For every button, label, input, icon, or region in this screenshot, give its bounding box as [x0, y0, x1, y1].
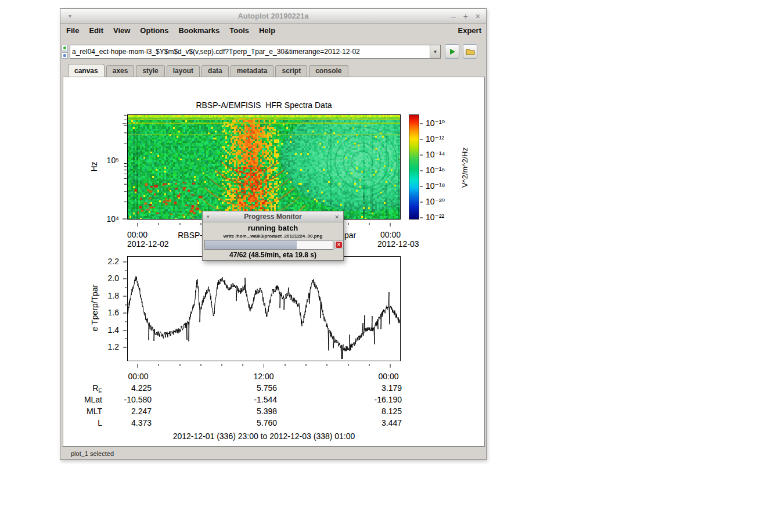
menu-bookmarks[interactable]: Bookmarks [178, 26, 219, 35]
colorbar-ticks [420, 114, 424, 220]
timeseries-x-ticks [127, 361, 401, 366]
tab-console[interactable]: console [309, 65, 348, 77]
spectrogram-y-axis-label: Hz [89, 158, 99, 175]
progress-status-label: 47/62 (48.5/min, eta 19.8 s) [203, 251, 343, 259]
play-icon [449, 48, 456, 55]
tab-canvas[interactable]: canvas [68, 64, 105, 77]
dialog-menu-icon[interactable]: ▾ [207, 214, 210, 220]
row-value: 5.398 [231, 407, 277, 416]
uri-toolbar: ▼ [60, 41, 486, 62]
status-text: plot_1 selected [71, 450, 114, 457]
expert-toggle[interactable]: Expert [458, 26, 481, 35]
row-value: 2.247 [105, 407, 152, 416]
row-label: MLat [73, 395, 102, 406]
x1-tick-label: 00:00 [375, 230, 401, 239]
tab-bar: canvas axes style layout data metadata s… [68, 64, 484, 77]
progress-detail-label: write /hom...walk3/product_20121224_00.p… [203, 233, 343, 239]
maximize-button[interactable]: + [463, 12, 468, 20]
tab-data[interactable]: data [201, 65, 229, 77]
dialog-close-icon[interactable]: × [334, 213, 339, 221]
row-value: 4.225 [105, 383, 152, 393]
row-label: RE [73, 383, 102, 394]
progress-bar-fill [205, 240, 297, 249]
window-title: Autoplot 20190221a [60, 12, 486, 20]
y2-axis-label: e Tperp/Tpar [90, 261, 99, 354]
uri-dropdown-button[interactable]: ▼ [430, 45, 440, 58]
colorbar-tick-label: 10⁻²⁰ [426, 197, 466, 206]
progress-dialog-title: Progress Monitor [203, 213, 343, 221]
progress-bar [204, 240, 333, 250]
window-titlebar[interactable]: ▾ Autoplot 20190221a – + × [60, 9, 486, 24]
cancel-task-button[interactable]: × [334, 240, 343, 249]
x1-date-label: 2012-12-03 [377, 239, 419, 249]
spectrogram-plot[interactable] [127, 114, 401, 220]
row-value: -16.190 [355, 395, 402, 404]
timeseries-y-ticks [121, 256, 127, 361]
x1-date-label: 2012-12-02 [127, 239, 169, 249]
row-label: L [73, 418, 102, 429]
plot-title: RBSP-A/EMFISIS HFR Spectra Data [127, 100, 401, 110]
cancel-icon: × [336, 242, 342, 248]
row-value: 5.760 [231, 418, 277, 427]
menu-help[interactable]: Help [259, 26, 275, 35]
row-value: 8.125 [355, 407, 402, 416]
minimize-button[interactable]: – [451, 12, 456, 20]
menu-bar: File Edit View Options Bookmarks Tools H… [60, 24, 486, 37]
row-value: 3.447 [355, 418, 402, 427]
row-value: 4.373 [105, 418, 152, 427]
window-menu-icon[interactable]: ▾ [69, 13, 71, 19]
time-range-label: 2012-12-01 (336) 23:00 to 2012-12-03 (33… [127, 432, 401, 441]
tab-style[interactable]: style [136, 65, 164, 77]
tab-axes[interactable]: axes [106, 65, 135, 77]
colorbar-tick-label: 10⁻¹² [426, 134, 466, 143]
spectrogram-ytick-label: 10⁴ [87, 214, 119, 224]
x2-tick-label: 00:00 [372, 372, 405, 381]
row-value: -1.544 [231, 395, 277, 404]
progress-dialog-titlebar[interactable]: ▾ Progress Monitor × [203, 211, 343, 222]
row-label: MLT [73, 407, 102, 418]
menu-edit[interactable]: Edit [89, 26, 103, 35]
context-label-fragment: RBSP- [167, 231, 203, 240]
row-value: 3.179 [355, 383, 402, 393]
menu-view[interactable]: View [113, 26, 130, 35]
progress-task-label: running batch [203, 224, 343, 232]
colorbar[interactable] [409, 114, 419, 220]
progress-monitor-dialog: ▾ Progress Monitor × running batch write… [202, 211, 344, 261]
autoplot-window: ▾ Autoplot 20190221a – + × File Edit Vie… [60, 8, 487, 460]
x1-tick-label: 00:00 [127, 230, 147, 239]
colorbar-axis-label: V^2/m^2/Hz [461, 132, 470, 202]
tab-layout[interactable]: layout [167, 65, 200, 77]
uri-combobox[interactable]: ▼ [70, 45, 441, 59]
x2-tick-label: 00:00 [122, 372, 154, 381]
colorbar-tick-label: 10⁻¹⁰ [426, 118, 466, 128]
colorbar-tick-label: 10⁻²² [426, 213, 466, 222]
tab-metadata[interactable]: metadata [231, 65, 274, 77]
tab-script[interactable]: script [275, 65, 307, 77]
context-label-fragment: par [344, 231, 356, 240]
go-button[interactable] [445, 44, 459, 59]
folder-icon [466, 48, 475, 55]
row-value: 5.756 [231, 383, 277, 393]
timeseries-plot[interactable] [127, 256, 401, 361]
menu-tools[interactable]: Tools [229, 26, 249, 35]
uri-status-icon-top [62, 45, 68, 51]
chevron-down-icon: ▼ [433, 49, 438, 55]
close-button[interactable]: × [476, 12, 480, 20]
status-bar: plot_1 selected [60, 447, 486, 459]
row-value: -10.580 [105, 395, 152, 404]
plot-canvas-panel[interactable]: RBSP-A/EMFISIS HFR Spectra Data 10⁵ 10⁴ … [63, 77, 485, 447]
spectrogram-y-ticks [121, 114, 127, 220]
uri-status-icon-bottom [62, 52, 68, 59]
open-file-button[interactable] [463, 44, 477, 59]
menu-options[interactable]: Options [140, 26, 168, 35]
uri-input[interactable] [70, 45, 430, 58]
desktop: ▾ Autoplot 20190221a – + × File Edit Vie… [0, 0, 781, 532]
menu-file[interactable]: File [66, 26, 79, 35]
x2-tick-label: 12:00 [247, 372, 280, 381]
